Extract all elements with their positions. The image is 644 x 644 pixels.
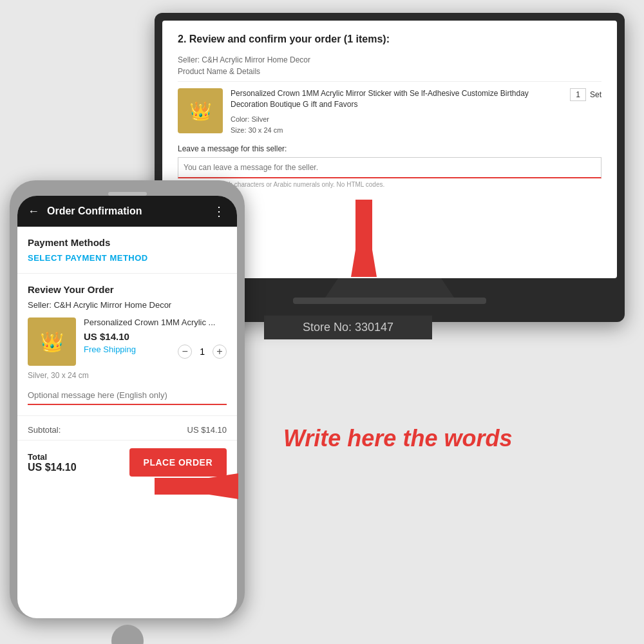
phone: ← Order Confirmation ⋮ Payment Methods S… bbox=[10, 180, 245, 618]
monitor-qty-unit: Set bbox=[590, 90, 601, 99]
payment-section: Payment Methods SELECT PAYMENT METHOD bbox=[17, 227, 237, 274]
total-left: Total US $14.10 bbox=[28, 452, 77, 473]
product-card-shipping: Free Shipping bbox=[84, 345, 136, 354]
product-card-name: Personalized Crown 1MM Acrylic ... bbox=[84, 317, 227, 328]
monitor-product-thumb: 👑 bbox=[178, 88, 223, 133]
monitor-title: 2. Review and confirm your order (1 item… bbox=[178, 33, 601, 45]
monitor-product-row: 👑 Personalized Crown 1MM Acrylic Mirror … bbox=[178, 88, 601, 137]
message-field-phone[interactable] bbox=[28, 386, 227, 405]
product-card-info: Personalized Crown 1MM Acrylic ... US $1… bbox=[84, 317, 227, 366]
monitor-seller: Seller: C&H Acrylic Mirror Home Decor bbox=[178, 55, 601, 64]
phone-body: Payment Methods SELECT PAYMENT METHOD Re… bbox=[17, 227, 237, 618]
monitor-stand bbox=[325, 278, 454, 298]
phone-header: ← Order Confirmation ⋮ bbox=[17, 196, 237, 227]
phone-inner: ← Order Confirmation ⋮ Payment Methods S… bbox=[17, 196, 237, 618]
monitor-product-name: Personalized Crown 1MM Acrylic Mirror St… bbox=[231, 88, 562, 110]
more-icon[interactable]: ⋮ bbox=[213, 204, 227, 219]
monitor-content: 2. Review and confirm your order (1 item… bbox=[162, 21, 617, 201]
monitor-message-section: Leave a message for this seller: Max. 1,… bbox=[178, 144, 601, 188]
back-arrow-icon[interactable]: ← bbox=[28, 205, 39, 218]
monitor-product-details: Personalized Crown 1MM Acrylic Mirror St… bbox=[231, 88, 562, 137]
total-label: Total bbox=[28, 452, 77, 462]
phone-title: Order Confirmation bbox=[47, 205, 205, 217]
review-title: Review Your Order bbox=[28, 284, 227, 295]
payment-title: Payment Methods bbox=[28, 237, 227, 248]
subtotal-row: Subtotal: US $14.10 bbox=[17, 416, 237, 440]
product-card-price: US $14.10 bbox=[84, 331, 227, 342]
subtotal-label: Subtotal: bbox=[28, 425, 61, 435]
total-amount: US $14.10 bbox=[28, 462, 77, 473]
select-payment-method[interactable]: SELECT PAYMENT METHOD bbox=[28, 253, 227, 263]
product-card-thumb: 👑 bbox=[28, 317, 76, 366]
write-here-text: Write here the words bbox=[283, 425, 512, 452]
qty-increase-btn[interactable]: + bbox=[213, 345, 227, 359]
variant-text: Silver, 30 x 24 cm bbox=[28, 371, 227, 380]
monitor-message-label: Leave a message for this seller: bbox=[178, 144, 601, 153]
monitor-message-input[interactable] bbox=[178, 157, 601, 178]
monitor-product-color: Color: Silver Size: 30 x 24 cm bbox=[231, 114, 562, 137]
monitor-base bbox=[293, 298, 486, 304]
review-section: Review Your Order Seller: C&H Acrylic Mi… bbox=[17, 274, 237, 416]
monitor-message-hint: Max. 1,000 English characters or Arabic … bbox=[178, 181, 601, 188]
qty-controls: − 1 + bbox=[178, 345, 227, 359]
monitor-product-qty: 1 Set bbox=[570, 88, 601, 101]
review-seller: Seller: C&H Acrylic Mirror Home Decor bbox=[28, 300, 227, 310]
monitor-qty-box[interactable]: 1 bbox=[570, 88, 586, 101]
monitor-message-wrapper bbox=[178, 157, 601, 178]
total-bar: Total US $14.10 PLACE ORDER bbox=[17, 440, 237, 487]
qty-decrease-btn[interactable]: − bbox=[178, 345, 192, 359]
qty-number: 1 bbox=[200, 346, 205, 357]
store-badge: Store No: 330147 bbox=[264, 316, 432, 339]
place-order-button[interactable]: PLACE ORDER bbox=[129, 448, 227, 477]
subtotal-value: US $14.10 bbox=[187, 425, 227, 435]
phone-home-button[interactable] bbox=[111, 625, 144, 644]
product-card: 👑 Personalized Crown 1MM Acrylic ... US … bbox=[28, 317, 227, 366]
monitor-product-header: Product Name & Details bbox=[178, 67, 601, 82]
